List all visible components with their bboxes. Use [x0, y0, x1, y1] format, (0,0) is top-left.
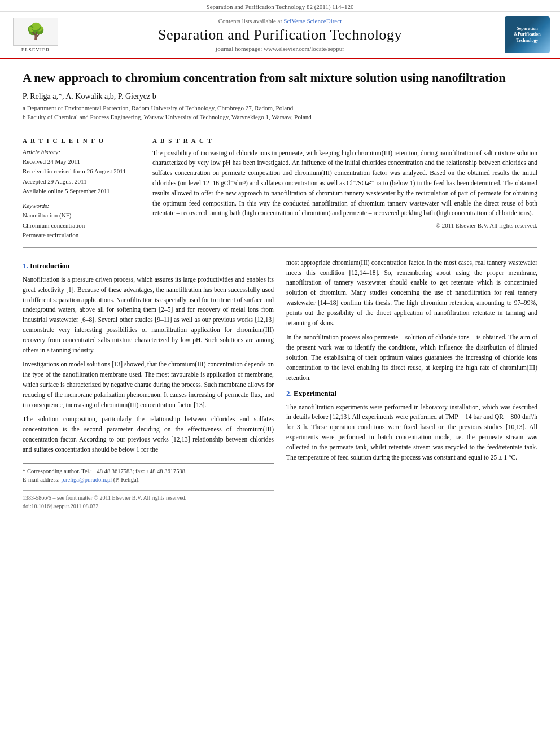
- email-label: E-mail address:: [23, 477, 60, 483]
- keywords-list: Nanofiltration (NF) Chromium concentrati…: [23, 211, 133, 241]
- affiliation-a: a Department of Environmental Protection…: [23, 103, 537, 113]
- journal-logo-right: Separation&PurificationTechnology: [499, 16, 550, 53]
- revised-date: Received in revised form 26 August 2011: [23, 167, 133, 177]
- journal-logo-box: Separation&PurificationTechnology: [505, 16, 550, 53]
- elsevier-logo-image: 🌳: [13, 18, 58, 46]
- left-column: 1. Introduction Nanofiltration is a pres…: [23, 258, 274, 510]
- intro-para-3: The solution composition, particularly t…: [23, 414, 274, 455]
- bottom-footer: 1383-5866/$ – see front matter © 2011 El…: [23, 490, 274, 510]
- abstract-text: The possibility of increasing of chlorid…: [152, 148, 537, 219]
- intro-section-num: 1.: [23, 261, 28, 270]
- footnote-area: * Corresponding author. Tel.: +48 48 361…: [23, 463, 274, 485]
- journal-homepage-line: journal homepage: www.elsevier.com/locat…: [67, 45, 493, 52]
- affiliations-block: a Department of Environmental Protection…: [23, 103, 537, 122]
- article-info-heading: A R T I C L E I N F O: [23, 137, 133, 144]
- available-date: Available online 5 September 2011: [23, 186, 133, 196]
- abstract-column: A B S T R A C T The possibility of incre…: [152, 137, 537, 241]
- body-section: 1. Introduction Nanofiltration is a pres…: [23, 258, 537, 510]
- logo-box-title: Separation&PurificationTechnology: [514, 26, 541, 43]
- right-column: most appropriate chromium(III) concentra…: [286, 258, 537, 510]
- journal-top-bar: Separation and Purification Technology 8…: [0, 0, 560, 12]
- authors-line: P. Religa a,*, A. Kowalik a,b, P. Gieryc…: [23, 92, 537, 101]
- journal-citation: Separation and Purification Technology 8…: [207, 3, 354, 10]
- experimental-heading: 2. Experimental: [286, 388, 537, 399]
- contents-available-line: Contents lists available at SciVerse Sci…: [67, 18, 493, 24]
- experimental-para-1: The nanofiltration experiments were perf…: [286, 403, 537, 463]
- intro-para-1: Nanofiltration is a pressure driven proc…: [23, 275, 274, 356]
- experimental-section-text: Experimental: [294, 389, 336, 397]
- intro-right-para-1: most appropriate chromium(III) concentra…: [286, 258, 537, 329]
- tree-icon: 🌳: [26, 24, 46, 40]
- intro-section-text: Introduction: [30, 261, 70, 270]
- footnote-star: * Corresponding author. Tel.: +48 48 361…: [23, 467, 274, 476]
- article-info-abstract-section: A R T I C L E I N F O Article history: R…: [23, 130, 537, 248]
- experimental-section-num: 2.: [286, 389, 292, 397]
- keyword-1: Nanofiltration (NF): [23, 211, 133, 221]
- paper-title: A new approach to chromium concentration…: [23, 70, 537, 86]
- journal-main-title: Separation and Purification Technology: [67, 27, 493, 43]
- footnote-email: E-mail address: p.religa@pr.radom.pl (P.…: [23, 475, 274, 484]
- sciverse-link[interactable]: SciVerse ScienceDirect: [283, 18, 342, 24]
- journal-title-block: Contents lists available at SciVerse Sci…: [67, 18, 493, 52]
- keyword-2: Chromium concentration: [23, 221, 133, 231]
- affiliation-b: b Faculty of Chemical and Process Engine…: [23, 112, 537, 122]
- elsevier-wordmark: ELSEVIER: [21, 47, 50, 53]
- email-link[interactable]: p.religa@pr.radom.pl: [61, 477, 112, 483]
- intro-para-2: Investigations on model solutions [13] s…: [23, 360, 274, 410]
- paper-content: A new approach to chromium concentration…: [0, 59, 560, 527]
- abstract-heading: A B S T R A C T: [152, 137, 537, 144]
- article-dates: Received 24 May 2011 Received in revised…: [23, 157, 133, 196]
- footer-doi: doi:10.1016/j.seppur.2011.08.032: [23, 502, 274, 510]
- history-label: Article history:: [23, 148, 133, 155]
- keywords-label: Keywords:: [23, 202, 133, 209]
- received-date: Received 24 May 2011: [23, 157, 133, 167]
- accepted-date: Accepted 29 August 2011: [23, 177, 133, 187]
- abstract-copyright: © 2011 Elsevier B.V. All rights reserved…: [152, 222, 537, 229]
- article-info-column: A R T I C L E I N F O Article history: R…: [23, 137, 141, 241]
- keyword-3: Permeate recirculation: [23, 230, 133, 241]
- intro-heading: 1. Introduction: [23, 260, 274, 272]
- footer-issn: 1383-5866/$ – see front matter © 2011 El…: [23, 493, 274, 502]
- elsevier-logo: 🌳 ELSEVIER: [10, 18, 61, 53]
- intro-right-para-2: In the nanofiltration process also perme…: [286, 333, 537, 383]
- elsevier-header: 🌳 ELSEVIER Contents lists available at S…: [0, 12, 560, 59]
- email-name: (P. Religa).: [113, 477, 140, 483]
